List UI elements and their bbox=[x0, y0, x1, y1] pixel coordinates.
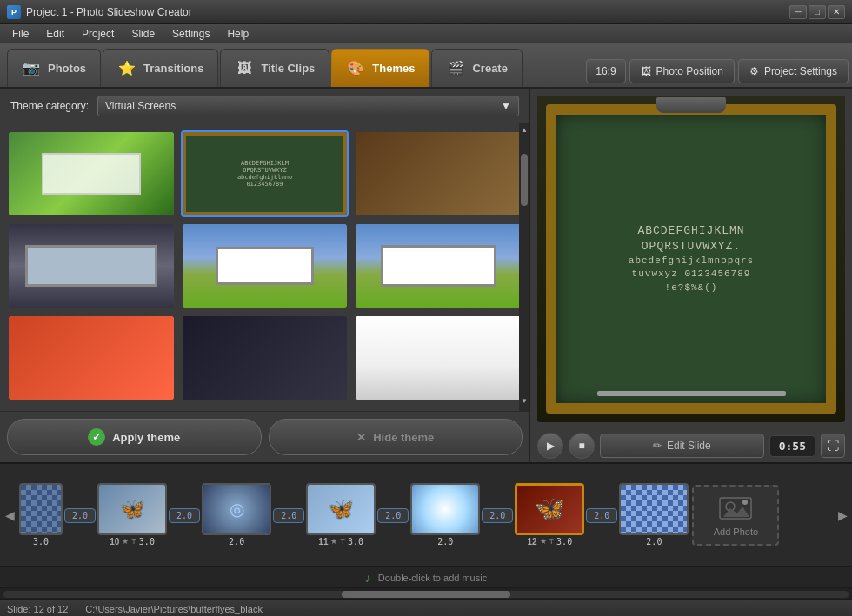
theme-item-billboard[interactable] bbox=[181, 222, 349, 309]
title-clips-icon: 🖼 bbox=[235, 59, 254, 78]
transitions-icon: ⭐ bbox=[117, 59, 136, 78]
transition-duration-3: 2.0 bbox=[273, 508, 304, 523]
minimize-button[interactable]: ─ bbox=[789, 5, 807, 19]
scroll-thumb[interactable] bbox=[521, 154, 528, 206]
scroll-down-arrow[interactable]: ▼ bbox=[518, 394, 529, 407]
theme-item-partial-dark[interactable] bbox=[181, 315, 349, 401]
scroll-up-arrow[interactable]: ▲ bbox=[518, 123, 529, 136]
preview-chalkboard: ABCDEFGHIJKLMN OPQRSTUVWXYZ. abcdefghijk… bbox=[537, 96, 845, 422]
maximize-button[interactable]: □ bbox=[809, 5, 826, 19]
slide-thumb-spiral[interactable]: ◎ bbox=[202, 483, 271, 535]
right-arrow-icon: ▶ bbox=[838, 508, 848, 522]
scrollbar[interactable]: ▲ ▼ bbox=[519, 123, 529, 411]
status-bar: Slide: 12 of 12 C:\Users\Javier\Pictures… bbox=[0, 599, 852, 616]
theme-grid: ABCDEFGHIJKLMOPQRSTUVWXYZabcdefghijklmno… bbox=[3, 127, 526, 405]
photo-position-button[interactable]: 🖼 Photo Position bbox=[629, 59, 735, 83]
app-title: Project 1 - Photo Slideshow Creator bbox=[26, 6, 192, 18]
time-display: 0:55 bbox=[769, 435, 815, 457]
menu-project[interactable]: Project bbox=[73, 26, 123, 42]
close-button[interactable]: ✕ bbox=[828, 5, 845, 19]
timeline-first: 3.0 bbox=[19, 483, 63, 548]
slide-footer-12: 12 ★ T 3.0 bbox=[525, 535, 574, 548]
slide-item-12: 🦋 12 ★ T 3.0 bbox=[515, 483, 584, 548]
transition-duration-2: 2.0 bbox=[169, 508, 200, 523]
tab-title-clips[interactable]: 🖼 Title Clips bbox=[220, 49, 329, 87]
add-photo-button[interactable]: Add Photo bbox=[692, 485, 779, 546]
menu-settings[interactable]: Settings bbox=[163, 26, 218, 42]
menu-edit[interactable]: Edit bbox=[37, 26, 73, 42]
transition-duration-5: 2.0 bbox=[482, 508, 513, 523]
slide-footer-first: 3.0 bbox=[31, 535, 50, 548]
project-settings-button[interactable]: ⚙ Project Settings bbox=[738, 59, 849, 83]
music-text: Double-click to add music bbox=[378, 573, 487, 583]
music-bar[interactable]: ♪ Double-click to add music bbox=[0, 566, 852, 587]
aspect-ratio-button[interactable]: 16:9 bbox=[586, 59, 625, 83]
play-button[interactable]: ▶ bbox=[537, 433, 563, 459]
slide-footer-light: 2.0 bbox=[436, 535, 455, 548]
chalk-tray bbox=[597, 391, 786, 396]
title-bar-left: P Project 1 - Photo Slideshow Creator bbox=[7, 5, 192, 19]
tab-transitions[interactable]: ⭐ Transitions bbox=[103, 49, 218, 87]
left-panel: Theme category: Virtual Screens ▼ ABCDEF… bbox=[0, 89, 530, 462]
themes-icon: 🎨 bbox=[346, 59, 365, 78]
slide-footer-spiral: 2.0 bbox=[227, 535, 246, 548]
category-bar: Theme category: Virtual Screens ▼ bbox=[0, 89, 529, 123]
category-label: Theme category: bbox=[10, 100, 89, 112]
transition-3: 2.0 bbox=[271, 508, 306, 523]
chalk-text: ABCDEFGHIJKLMN OPQRSTUVWXYZ. abcdefghijk… bbox=[629, 223, 754, 295]
transition-duration-4: 2.0 bbox=[377, 508, 409, 523]
theme-item-partial-bright[interactable] bbox=[354, 315, 523, 401]
slide-item-checker: 2.0 bbox=[619, 483, 689, 548]
t-icon-11: T bbox=[340, 537, 345, 546]
menu-file[interactable]: File bbox=[3, 26, 37, 42]
main-content: Theme category: Virtual Screens ▼ ABCDEF… bbox=[0, 89, 852, 462]
slide-thumb-10[interactable]: 🦋 bbox=[97, 483, 167, 535]
star-icon-12: ★ bbox=[540, 537, 547, 546]
transition-4: 2.0 bbox=[376, 508, 410, 523]
player-controls: ▶ ■ ✏ Edit Slide 0:55 ⛶ bbox=[530, 429, 852, 462]
transition-duration-6: 2.0 bbox=[586, 508, 617, 523]
hide-theme-button[interactable]: ✕ Hide theme bbox=[269, 419, 523, 455]
t-icon-10: T bbox=[131, 537, 136, 546]
slide-thumb-12[interactable]: 🦋 bbox=[515, 483, 584, 535]
slide-item-11: 🦋 11 ★ T 3.0 bbox=[306, 483, 376, 548]
timeline-next-button[interactable]: ▶ bbox=[833, 464, 852, 566]
gear-icon: ⚙ bbox=[749, 65, 759, 77]
app-icon: P bbox=[7, 5, 21, 19]
slide-thumb-first[interactable] bbox=[19, 483, 63, 535]
pencil-icon: ✏ bbox=[653, 440, 662, 452]
edit-slide-button[interactable]: ✏ Edit Slide bbox=[600, 434, 764, 458]
slide-thumb-11[interactable]: 🦋 bbox=[306, 483, 376, 535]
timeline-prev-button[interactable]: ◀ bbox=[0, 464, 19, 566]
left-arrow-icon: ◀ bbox=[5, 508, 15, 522]
scroll-handle[interactable] bbox=[342, 591, 510, 598]
transition-duration-1: 2.0 bbox=[64, 508, 96, 523]
tab-themes[interactable]: 🎨 Themes bbox=[331, 49, 429, 87]
t-icon-12: T bbox=[549, 537, 555, 546]
menu-help[interactable]: Help bbox=[218, 26, 257, 42]
apply-theme-button[interactable]: ✓ Apply theme bbox=[7, 419, 262, 455]
transition-6: 2.0 bbox=[584, 508, 619, 523]
bottom-buttons: ✓ Apply theme ✕ Hide theme bbox=[0, 411, 529, 462]
theme-item-field[interactable] bbox=[354, 222, 523, 309]
add-photo-icon bbox=[718, 494, 753, 527]
tab-photos[interactable]: 📷 Photos bbox=[7, 49, 101, 87]
theme-item-chalkboard[interactable]: ABCDEFGHIJKLMOPQRSTUVWXYZabcdefghijklmno… bbox=[181, 130, 349, 217]
theme-item-nature[interactable] bbox=[7, 130, 176, 217]
category-select[interactable]: Virtual Screens ▼ bbox=[97, 96, 519, 116]
star-icon-10: ★ bbox=[122, 537, 129, 546]
tab-create[interactable]: 🎬 Create bbox=[431, 49, 522, 87]
bottom-scrollbar[interactable] bbox=[0, 587, 852, 599]
stop-button[interactable]: ■ bbox=[569, 433, 595, 459]
fullscreen-button[interactable]: ⛶ bbox=[821, 434, 845, 458]
slide-item-light: 2.0 bbox=[410, 483, 480, 548]
check-icon: ✓ bbox=[88, 428, 105, 446]
menu-slide[interactable]: Slide bbox=[123, 26, 163, 42]
theme-item-city[interactable] bbox=[7, 222, 176, 309]
slide-thumb-light[interactable] bbox=[410, 483, 480, 535]
theme-item-partial-red[interactable] bbox=[7, 315, 176, 401]
theme-item-restaurant[interactable] bbox=[354, 130, 523, 217]
scroll-track[interactable] bbox=[3, 591, 849, 598]
transition-5: 2.0 bbox=[480, 508, 515, 523]
slide-thumb-checker[interactable] bbox=[619, 483, 689, 535]
